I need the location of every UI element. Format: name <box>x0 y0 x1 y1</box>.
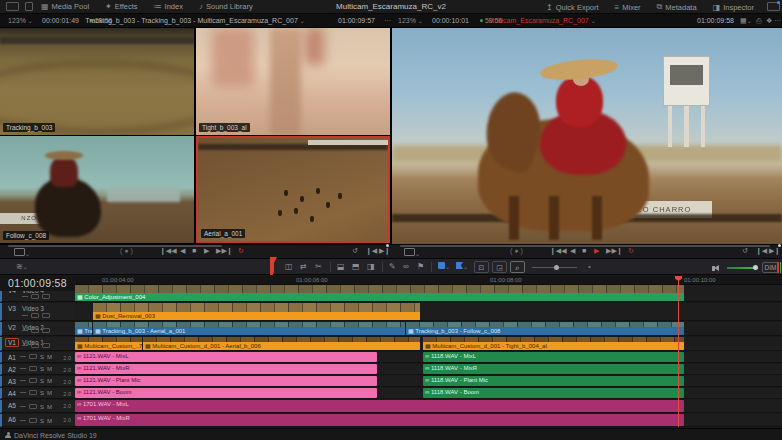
timeline-view-options-icon[interactable]: ≋⌄ <box>16 262 28 271</box>
lock-icon[interactable] <box>20 392 26 393</box>
top-button-inspector[interactable]: ◨Inspector <box>705 0 762 14</box>
record-jog-control[interactable]: ( ● ) <box>510 247 523 254</box>
volume-slider-knob[interactable] <box>753 265 758 270</box>
lock-icon[interactable] <box>20 368 26 369</box>
track-lane-v2[interactable]: ▦ Tra..._al▦ Tracking_b_003 - Aerial_a_0… <box>75 322 782 336</box>
arm-icon[interactable] <box>29 366 37 371</box>
video-clip[interactable]: ▦ Multicam_Custom_d_001 - Tight_b_004_al <box>423 337 684 350</box>
video-clip[interactable]: ▦ Color_Adjustment_004 <box>75 285 684 301</box>
full-extent-zoom-button[interactable]: ⊡ <box>474 261 489 273</box>
source-out-icon[interactable]: ▶❙ <box>379 247 390 255</box>
track-id-badge[interactable]: A6 <box>6 416 18 423</box>
track-lane-a5[interactable]: ∞ 1701.WAV - MixL <box>75 400 782 413</box>
source-step-back-button[interactable]: ◀ <box>180 247 185 255</box>
multicam-angle-follow_c_008[interactable]: NZO CHARRFollow_c_008 <box>0 136 194 243</box>
audio-clip[interactable]: ∞ 1121.WAV - Boom <box>75 388 377 398</box>
video-clip[interactable]: ▦ Tracking_b_003 - Follow_c_008 <box>406 322 684 335</box>
track-header-v3[interactable]: V3Video 3 <box>0 303 75 321</box>
color-icon[interactable]: ❖ <box>766 17 772 25</box>
record-step-back-button[interactable]: ◀ <box>570 247 575 255</box>
lock-icon[interactable] <box>22 296 28 297</box>
multicam-angle-aerial_a_001[interactable]: Aerial_a_001 <box>196 136 390 243</box>
source-play-button[interactable]: ▶ <box>204 247 209 255</box>
track-lane-a1[interactable]: ∞ 1121.WAV - MixL∞ 1118.WAV - MixL <box>75 352 782 363</box>
auto-select-icon[interactable] <box>31 343 39 348</box>
top-button-index[interactable]: ≔Index <box>146 0 191 14</box>
track-header-a2[interactable]: A2SM2.0 <box>0 364 75 375</box>
record-in-icon[interactable]: ❙◀ <box>756 247 767 255</box>
lock-icon[interactable] <box>22 345 28 346</box>
arm-icon[interactable] <box>29 418 37 423</box>
enable-video-icon[interactable] <box>42 294 50 299</box>
record-viewer[interactable]: NZO CHARRO <box>392 28 782 244</box>
source-first-frame-button[interactable]: ❙◀◀ <box>160 247 177 255</box>
source-in-icon[interactable]: ❙◀ <box>366 247 377 255</box>
record-out-icon[interactable]: ▶❙ <box>769 247 780 255</box>
track-id-badge[interactable]: A2 <box>6 366 18 373</box>
track-lane-a3[interactable]: ∞ 1121.WAV - Plant Mic∞ 1118.WAV - Plant… <box>75 376 782 387</box>
audio-monitor-icon[interactable] <box>712 264 719 273</box>
lock-icon[interactable] <box>20 420 26 421</box>
export-frame-icon[interactable]: ⎙ <box>756 17 762 25</box>
mute-button[interactable]: M <box>47 404 52 410</box>
source-loop-button[interactable]: ↻ <box>238 247 244 255</box>
enable-video-icon[interactable] <box>42 313 50 318</box>
auto-select-icon[interactable] <box>31 328 39 333</box>
track-header-a4[interactable]: A4SM2.0 <box>0 388 75 399</box>
source-last-frame-button[interactable]: ▶▶❙ <box>216 247 233 255</box>
track-lane-a2[interactable]: ∞ 1121.WAV - MixR∞ 1118.WAV - MixR <box>75 364 782 375</box>
source-options-icon[interactable]: ⋯ <box>384 17 391 25</box>
link-clips-icon[interactable]: ∞ <box>403 262 409 271</box>
track-id-badge[interactable]: A1 <box>6 354 18 361</box>
trim-edit-mode-tool[interactable]: ◫ <box>285 262 293 271</box>
arm-icon[interactable] <box>29 404 37 409</box>
record-stop-button[interactable]: ■ <box>582 247 586 254</box>
lock-icon[interactable] <box>20 356 26 357</box>
track-header-a5[interactable]: A5SM2.0 <box>0 400 75 413</box>
track-header-a1[interactable]: A1SM2.0 <box>0 352 75 363</box>
solo-button[interactable]: S <box>40 354 44 360</box>
track-lane-v4[interactable]: ▦ Color_Adjustment_004 <box>75 285 782 302</box>
audio-clip[interactable]: ∞ 1121.WAV - Plant Mic <box>75 376 377 386</box>
timeline-name-dropdown[interactable]: Multicam_Escaramuza_RC_007 ⌄ <box>392 17 692 24</box>
lock-icon[interactable] <box>20 380 26 381</box>
top-button-media-pool[interactable]: ▦Media Pool <box>33 0 97 14</box>
solo-button[interactable]: S <box>40 366 44 372</box>
audio-clip[interactable]: ∞ 1118.WAV - Plant Mic <box>423 376 684 386</box>
track-header-a6[interactable]: A6SM2.0 <box>0 414 75 427</box>
overwrite-clip-button[interactable]: ⬒ <box>352 262 360 271</box>
top-button-mixer[interactable]: ≡Mixer <box>607 0 649 14</box>
solo-button[interactable]: S <box>40 390 44 396</box>
mute-button[interactable]: M <box>47 418 52 424</box>
record-clip-mode-icon[interactable]: ⌄ <box>404 248 420 257</box>
source-scrollbar[interactable] <box>8 245 222 247</box>
left-panel-toggle-icon[interactable] <box>6 2 19 11</box>
arm-icon[interactable] <box>29 354 37 359</box>
source-stop-button[interactable]: ■ <box>192 247 196 254</box>
blade-tool[interactable]: ✂ <box>315 262 322 271</box>
track-id-badge[interactable]: V1 <box>5 338 19 347</box>
clip-color-dropdown[interactable]: ⌄ <box>438 262 450 271</box>
solo-button[interactable]: S <box>40 418 44 424</box>
audio-clip[interactable]: ∞ 1701.WAV - MixR <box>75 414 684 426</box>
record-loop-button[interactable]: ↻ <box>628 247 634 255</box>
detail-zoom-button[interactable]: ◲ <box>492 261 507 273</box>
track-lane-v3[interactable]: ▦ Dust_Removal_003 <box>75 303 782 321</box>
top-button-quick-export[interactable]: ↥Quick Export <box>538 0 607 14</box>
track-id-badge[interactable]: A3 <box>6 378 18 385</box>
solo-button[interactable]: S <box>40 378 44 384</box>
record-first-frame-button[interactable]: ❙◀◀ <box>550 247 567 255</box>
source-jog-control[interactable]: ( ● ) <box>120 247 133 254</box>
mute-button[interactable]: M <box>47 390 52 396</box>
flag-icon[interactable]: ⚑ <box>417 262 424 271</box>
replace-clip-button[interactable]: ◨ <box>367 262 375 271</box>
lock-icon[interactable] <box>22 330 28 331</box>
audio-clip[interactable]: ∞ 1701.WAV - MixL <box>75 400 684 412</box>
auto-select-icon[interactable] <box>31 313 39 318</box>
solo-button[interactable]: S <box>40 404 44 410</box>
track-lane-v1[interactable]: ▦ Multicam_Custom_..7 - Follow_c_007▦ Mu… <box>75 337 782 351</box>
track-id-badge[interactable]: A5 <box>6 402 18 409</box>
lock-icon[interactable] <box>22 315 28 316</box>
video-clip[interactable]: ▦ Dust_Removal_003 <box>93 303 420 320</box>
video-clip[interactable]: ▦ Tracking_b_003 - Aerial_a_001 <box>93 322 405 335</box>
